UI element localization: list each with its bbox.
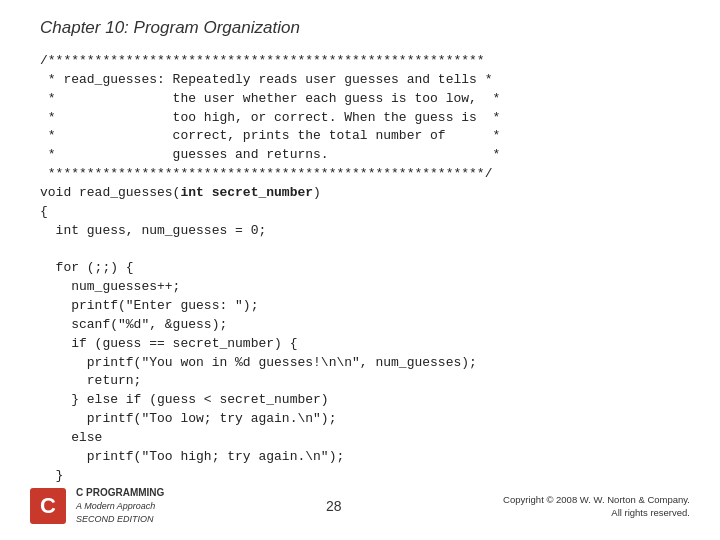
logo-text: C PROGRAMMING A Modern Approach SECOND E… — [76, 486, 164, 526]
slide-title: Chapter 10: Program Organization — [30, 18, 690, 38]
page-number: 28 — [326, 498, 342, 514]
slide: Chapter 10: Program Organization /******… — [0, 0, 720, 540]
logo-area: C C PROGRAMMING A Modern Approach SECOND… — [30, 486, 164, 526]
footer: C C PROGRAMMING A Modern Approach SECOND… — [0, 486, 720, 526]
copyright-text: Copyright © 2008 W. W. Norton & Company.… — [503, 493, 690, 520]
code-block: /***************************************… — [30, 52, 690, 504]
logo-c-letter: C — [30, 488, 66, 524]
